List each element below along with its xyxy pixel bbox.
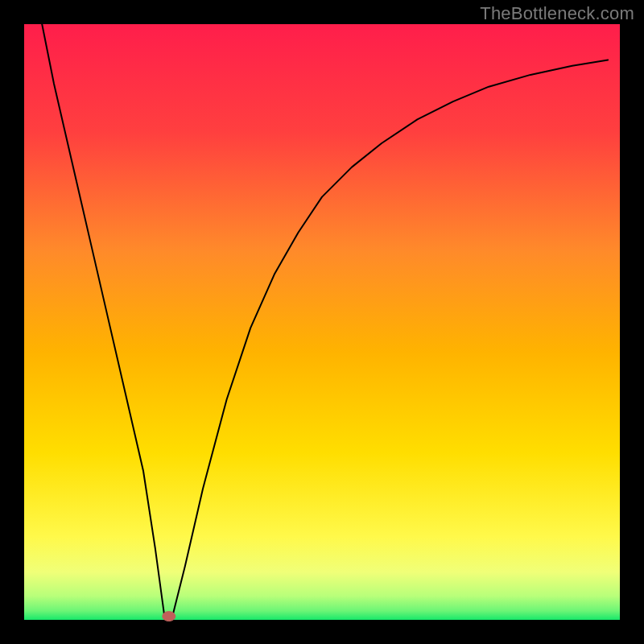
axis-right-bar [620, 0, 644, 644]
chart-svg [0, 0, 644, 644]
axis-left-bar [0, 0, 24, 644]
axis-bottom-bar [0, 620, 644, 644]
watermark-text: TheBottleneck.com [480, 3, 634, 24]
chart-container: { "watermark": "TheBottleneck.com", "cha… [0, 0, 644, 644]
svg-rect-0 [24, 24, 620, 620]
selected-point-marker [163, 612, 175, 621]
